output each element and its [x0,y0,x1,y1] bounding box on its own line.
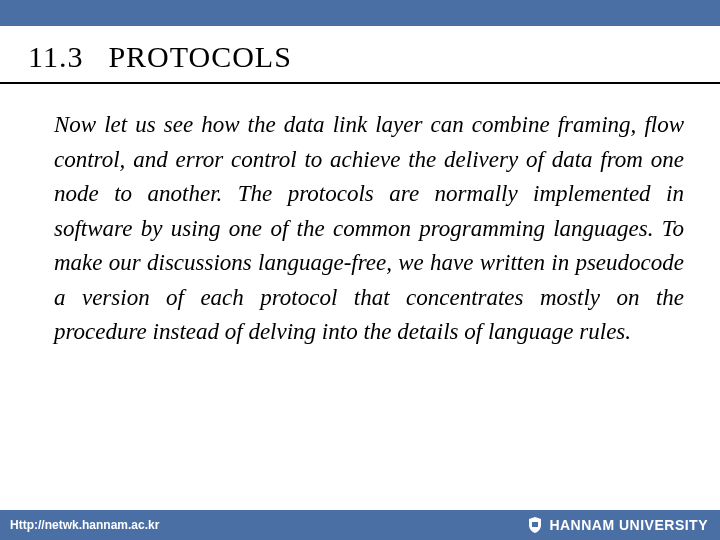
top-accent-bar [0,0,720,26]
footer-url: Http://netwk.hannam.ac.kr [10,518,159,532]
shield-logo-icon [527,516,543,534]
section-number: 11.3 [28,40,83,73]
slide-footer: Http://netwk.hannam.ac.kr HANNAM UNIVERS… [0,510,720,540]
slide-heading: 11.3 PROTOCOLS [0,26,720,84]
slide-body: Now let us see how the data link layer c… [0,84,720,510]
footer-institution-block: HANNAM UNIVERSITY [527,516,708,534]
svg-rect-0 [532,522,538,527]
section-title: PROTOCOLS [108,40,292,73]
footer-institution: HANNAM UNIVERSITY [549,517,708,533]
slide: 11.3 PROTOCOLS Now let us see how the da… [0,0,720,540]
body-paragraph: Now let us see how the data link layer c… [54,108,684,350]
